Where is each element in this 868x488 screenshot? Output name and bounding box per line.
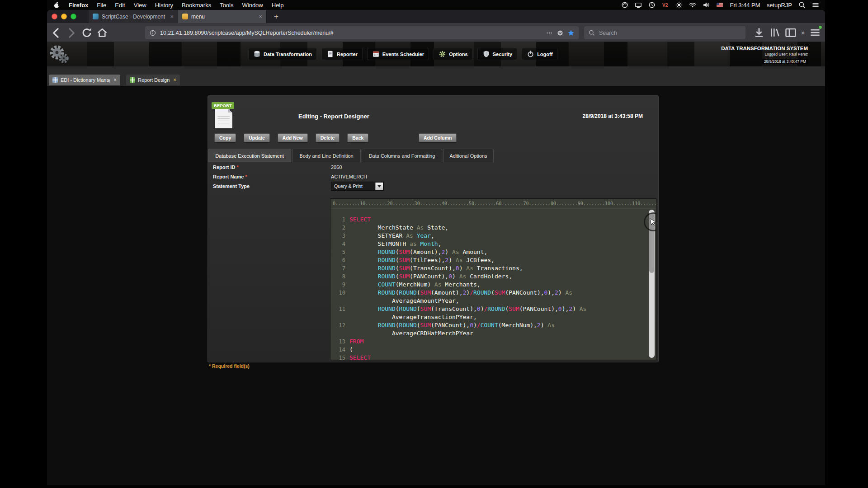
svg-text:V2: V2 [662, 3, 668, 8]
code-token: (TtlFees), [410, 257, 445, 263]
overflow-chevron-icon[interactable]: » [800, 29, 806, 36]
keyboard-brightness-icon[interactable] [675, 1, 683, 9]
menu-edit[interactable]: Edit [115, 2, 125, 9]
copy-button[interactable]: Copy [214, 133, 236, 142]
apple-menu-icon[interactable] [53, 1, 60, 9]
nav-security[interactable]: Security [477, 48, 517, 60]
select-dropdown-button[interactable] [375, 183, 383, 190]
code-token: 2 [569, 305, 572, 312]
menu-bookmarks[interactable]: Bookmarks [182, 2, 211, 9]
new-tab-button[interactable]: + [270, 11, 282, 22]
code-token: (MerchNum), [498, 322, 537, 328]
nav-logoff[interactable]: Logoff [522, 48, 557, 60]
browser-tab-menu[interactable]: menu× [178, 10, 267, 23]
code-token: As [466, 265, 473, 272]
page-actions-icon[interactable] [546, 29, 553, 37]
nav-options[interactable]: Options [434, 48, 473, 60]
site-info-icon[interactable] [149, 29, 156, 37]
delete-button[interactable]: Delete [316, 133, 340, 142]
tab-database-execution-statement[interactable]: Database Execution Statement [208, 149, 291, 162]
spotlight-icon[interactable] [798, 1, 806, 9]
code-token: SETMONTH [349, 240, 410, 247]
browser-tab-scriptcase-development-a[interactable]: ScriptCase - Development - a× [89, 10, 178, 23]
code-token [349, 289, 378, 296]
search-bar[interactable]: Search [584, 26, 745, 39]
bookmark-star-icon[interactable] [567, 29, 575, 37]
line-number: 8 [330, 272, 349, 281]
menu-help[interactable]: Help [272, 2, 284, 9]
nav-data-transformation[interactable]: Data Transformation [248, 48, 317, 60]
app-header: Data TransformationReporterEvents Schedu… [47, 42, 825, 66]
editor-scrollbar[interactable] [649, 210, 655, 358]
add-new-button[interactable]: Add New [278, 133, 308, 142]
wifi-icon[interactable] [689, 1, 696, 9]
minimize-window-button[interactable] [61, 14, 67, 19]
code-token [413, 232, 417, 239]
menu-file[interactable]: File [97, 2, 106, 9]
add-column-button[interactable]: Add Column [419, 133, 457, 142]
code-token: SUM [399, 273, 410, 280]
code-token: 0 [448, 273, 452, 280]
nav-reporter[interactable]: Reporter [321, 48, 363, 60]
code-line: 2 MerchState As State, [330, 224, 648, 232]
v2-icon[interactable]: V2 [662, 1, 669, 9]
menu-view[interactable]: View [134, 2, 146, 9]
forward-button[interactable] [65, 26, 78, 39]
tab-close-icon[interactable]: × [173, 77, 176, 83]
tab-close-icon[interactable]: × [113, 77, 117, 83]
sql-code[interactable]: 1SELECT2 MerchState As State,3 SETYEAR A… [330, 209, 648, 360]
zoom-window-button[interactable] [71, 14, 76, 19]
code-token: (PANCount), [505, 289, 544, 296]
tab-close-icon[interactable]: × [259, 13, 262, 20]
volume-icon[interactable] [703, 1, 710, 9]
code-token: ( [491, 289, 495, 296]
back-button[interactable] [50, 26, 62, 39]
menu-history[interactable]: History [155, 2, 173, 9]
back-button[interactable]: Back [347, 133, 368, 142]
nav-events-scheduler[interactable]: Events Scheduler [367, 48, 429, 60]
code-token: JCBfees, [463, 257, 495, 263]
code-token: Amount, [459, 249, 488, 255]
menubar-menus: FileEditViewHistoryBookmarksToolsWindowH… [97, 2, 283, 9]
menubar-app-name[interactable]: Firefox [69, 2, 88, 9]
display-icon[interactable] [635, 1, 642, 9]
pocket-icon[interactable] [557, 29, 564, 37]
menu-tools[interactable]: Tools [220, 2, 233, 9]
url-bar[interactable]: 10.21.41.189:8090/scriptcase/app/MySQLRe… [145, 26, 579, 39]
statement-type-select[interactable]: Query & Print [331, 182, 384, 191]
reload-button[interactable] [80, 26, 93, 39]
update-button[interactable]: Update [244, 133, 270, 142]
notification-center-icon[interactable] [812, 1, 819, 9]
home-button[interactable] [96, 26, 108, 39]
tab-close-icon[interactable]: × [170, 13, 174, 20]
nav-label: Data Transformation [264, 52, 312, 57]
sql-editor[interactable]: 0.........10........20........30........… [330, 198, 656, 360]
code-token: (TransCount), [431, 305, 477, 312]
url-text[interactable]: 10.21.41.189:8090/scriptcase/app/MySQLRe… [160, 30, 542, 36]
code-token: , [438, 240, 442, 247]
workspace-tab-label: Report Designer [138, 77, 170, 83]
library-icon[interactable] [769, 26, 781, 39]
siri-icon[interactable] [621, 1, 628, 9]
menubar-user[interactable]: setupRJP [767, 2, 792, 9]
code-token: (PANCount), [431, 322, 470, 328]
code-token: COUNT [481, 322, 498, 328]
macos-menubar: Firefox FileEditViewHistoryBookmarksTool… [47, 0, 825, 10]
sidebar-icon[interactable] [784, 26, 797, 39]
tab-aditional-options[interactable]: Aditional Options [443, 149, 494, 162]
menu-window[interactable]: Window [242, 2, 263, 9]
hamburger-menu-icon[interactable] [809, 26, 821, 39]
us-flag-icon[interactable] [716, 1, 723, 9]
time-machine-icon[interactable] [648, 1, 656, 9]
code-token: ( [417, 305, 420, 312]
tab-body-and-line-definition[interactable]: Body and Line Definition [292, 149, 361, 162]
close-window-button[interactable] [52, 14, 57, 19]
workspace-tab-report-designer[interactable]: Report Designer× [126, 75, 180, 85]
menubar-clock[interactable]: Fri 3:44 PM [730, 2, 760, 9]
code-token: ( [396, 305, 399, 312]
downloads-icon[interactable] [753, 26, 765, 39]
tab-data-columns-and-formatting[interactable]: Data Columns and Formatting [362, 149, 442, 162]
system-title: DATA TRANSFORMATION SYSTEM [721, 46, 808, 51]
code-token: ROUND [473, 289, 491, 296]
workspace-tab-edi-dictionary-manager[interactable]: EDI - Dictionary Manager× [49, 75, 120, 85]
